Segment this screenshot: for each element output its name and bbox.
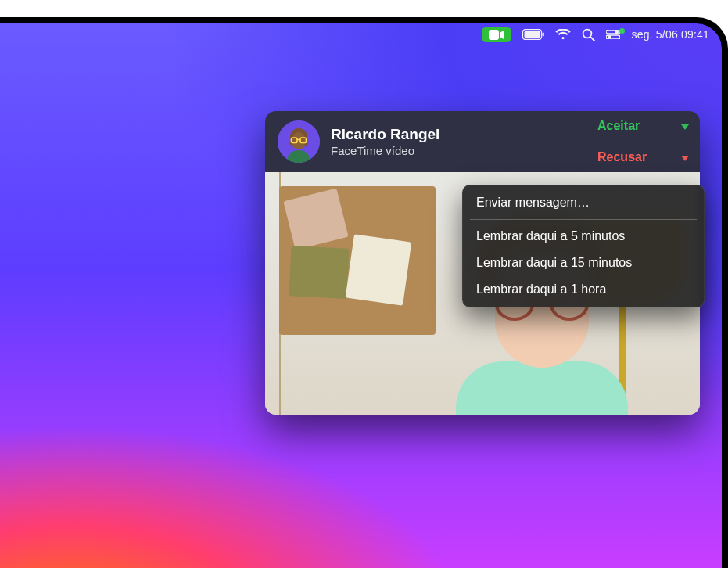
desktop: seg. 5/06 09:41: [0, 23, 722, 568]
notification-actions: Aceitar Recusar: [583, 111, 700, 172]
svg-point-11: [292, 132, 306, 149]
menu-item-remind-5[interactable]: Lembrar daqui a 5 minutos: [462, 223, 705, 250]
caller-info: Ricardo Rangel FaceTime vídeo: [265, 111, 583, 172]
caller-name: Ricardo Rangel: [331, 125, 439, 144]
svg-rect-2: [525, 31, 540, 38]
battery-icon[interactable]: [522, 29, 544, 40]
control-center-icon[interactable]: [606, 30, 620, 39]
menubar-datetime[interactable]: seg. 5/06 09:41: [631, 28, 709, 41]
accept-label: Aceitar: [597, 119, 640, 133]
facetime-incoming-notification: Ricardo Rangel FaceTime vídeo Aceitar Re…: [265, 111, 700, 415]
accept-button[interactable]: Aceitar: [583, 111, 700, 142]
camera-in-use-dot-icon: [619, 28, 625, 34]
decline-label: Recusar: [597, 150, 647, 164]
menu-item-remind-1h[interactable]: Lembrar daqui a 1 hora: [462, 276, 705, 303]
chevron-down-icon[interactable]: [681, 150, 689, 164]
menu-item-remind-15[interactable]: Lembrar daqui a 15 minutos: [462, 250, 705, 276]
wifi-icon[interactable]: [555, 29, 571, 40]
svg-point-7: [615, 30, 619, 34]
decline-button[interactable]: Recusar: [583, 142, 700, 173]
video-camera-icon: [489, 30, 504, 40]
svg-rect-0: [489, 30, 499, 40]
decline-options-menu: Enviar mensagem… Lembrar daqui a 5 minut…: [462, 185, 705, 307]
facetime-active-pill[interactable]: [482, 27, 511, 42]
spotlight-icon[interactable]: [582, 28, 595, 41]
menubar: seg. 5/06 09:41: [0, 23, 722, 45]
chevron-down-icon[interactable]: [681, 119, 689, 133]
notification-header: Ricardo Rangel FaceTime vídeo Aceitar Re…: [265, 111, 700, 172]
svg-rect-3: [543, 33, 544, 37]
device-frame: seg. 5/06 09:41: [0, 17, 728, 568]
menu-divider: [470, 219, 697, 220]
caller-avatar: [278, 120, 320, 163]
svg-point-9: [608, 35, 611, 39]
memoji-avatar-icon: [278, 120, 320, 163]
menu-item-send-message[interactable]: Enviar mensagem…: [462, 189, 705, 216]
caller-subtitle: FaceTime vídeo: [331, 144, 439, 159]
svg-line-5: [591, 37, 595, 41]
